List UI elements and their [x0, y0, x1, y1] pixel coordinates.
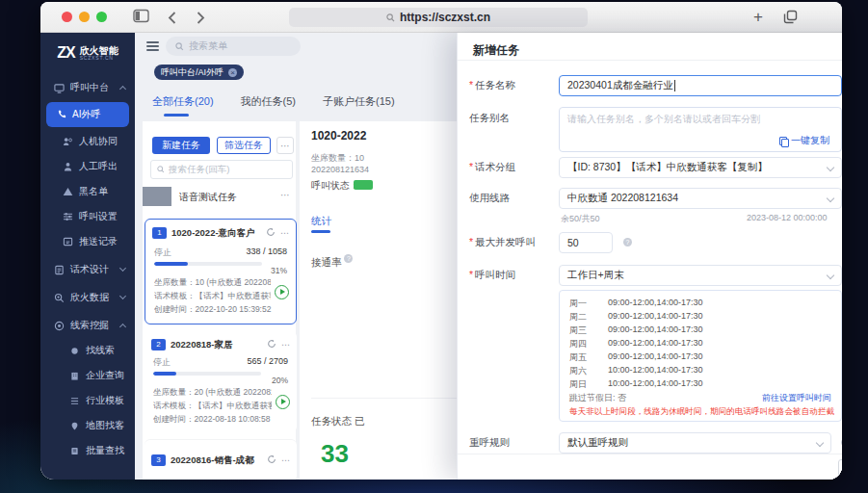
collapse-menu-icon[interactable] — [146, 45, 159, 47]
task-search-placeholder: 搜索任务(回车) — [169, 164, 229, 176]
breadcrumb-tag[interactable]: 呼叫中台/AI外呼 × — [154, 65, 244, 80]
agent-icon — [63, 162, 73, 172]
sidebar-group-call-center[interactable]: 呼叫中台 — [40, 75, 135, 100]
script-group-select[interactable]: 【ID: 8730】【话术】中欣数通获客【复制】 — [559, 157, 842, 178]
tab-overview-icon[interactable] — [782, 9, 799, 29]
recall-rule-select[interactable]: 默认重呼规则 — [559, 432, 831, 454]
sliders-icon — [63, 212, 73, 222]
task-search-input[interactable]: 搜索任务(回车) — [150, 160, 293, 179]
pinned-task-label: 语音测试任务 — [179, 191, 237, 204]
phone-icon — [56, 110, 66, 120]
sidebar-group-xinhuo-data[interactable]: 欣火数据 — [40, 285, 135, 310]
info-icon[interactable]: ? — [344, 254, 353, 263]
detail-agents: 坐席数量：10 — [311, 152, 364, 165]
one-click-copy-link[interactable]: 一键复制 — [779, 134, 829, 147]
copy-link-label: 一键复制 — [791, 134, 829, 147]
task-name-input[interactable]: 20230401成都金融行业 — [559, 75, 842, 96]
sidebar-item-industry-templates[interactable]: 行业模板 — [40, 388, 135, 413]
sidebar-item-label: 行业模板 — [86, 394, 124, 407]
building-icon — [69, 371, 80, 381]
task-card[interactable]: 1 1020-2022-意向客户 ⋯ 停止 338 / 1058 31% — [145, 219, 297, 324]
info-icon[interactable]: ? — [623, 238, 632, 246]
sidebar-item-map-customers[interactable]: 地图找客 — [40, 413, 135, 438]
traffic-light-close-icon[interactable] — [62, 12, 72, 22]
sidebar-group-label: 话术设计 — [70, 263, 109, 276]
refresh-icon[interactable] — [267, 454, 276, 466]
tab-my-tasks[interactable]: 我的任务(5) — [241, 94, 296, 109]
sidebar-toggle-icon[interactable] — [133, 9, 149, 27]
alias-placeholder: 请输入任务别名，多个别名请以或者回车分割 — [567, 114, 760, 124]
info-icon[interactable]: ? — [841, 438, 842, 447]
sidebar-item-ai-outbound[interactable]: AI外呼 — [46, 102, 129, 127]
filter-task-button[interactable]: 筛选任务 — [217, 137, 271, 154]
schedule-row: 周五09:00-12:00,14:00-17:30 — [569, 351, 831, 365]
new-task-button[interactable]: 新建任务 — [152, 137, 210, 154]
sidebar-item-blacklist[interactable]: 黑名单 — [40, 179, 135, 204]
big-stat-number: 33 — [321, 439, 349, 469]
chevron-down-icon — [827, 164, 834, 171]
script-doc-icon — [54, 265, 65, 275]
task-tabs: 全部任务(20) 我的任务(5) 子账户任务(15) — [152, 94, 395, 109]
sidebar-item-label: 地图找客 — [86, 419, 124, 432]
more-icon[interactable]: ⋯ — [280, 190, 290, 200]
forward-icon[interactable] — [197, 11, 205, 28]
sidebar-item-human-machine[interactable]: 人机协同 — [40, 129, 135, 154]
address-bar[interactable]: https://sczxst.cn — [289, 8, 588, 27]
play-icon[interactable] — [275, 285, 289, 299]
sidebar-item-label: 推送记录 — [79, 235, 118, 248]
search-icon — [386, 13, 395, 22]
cancel-button[interactable]: 取消 — [838, 459, 842, 478]
traffic-light-minimize-icon[interactable] — [79, 12, 90, 22]
sidebar-item-label: 找线索 — [86, 344, 115, 357]
map-pin-icon — [69, 421, 80, 431]
line-label: 使用线路 — [469, 192, 554, 205]
sidebar-item-call-settings[interactable]: 呼叫设置 — [40, 204, 135, 229]
sidebar-item-company-lookup[interactable]: 企业查询 — [40, 363, 135, 388]
more-icon[interactable]: ⋯ — [281, 455, 290, 465]
line-expire-time: 2023-08-12 00:00:00 — [747, 213, 828, 222]
back-icon[interactable] — [168, 11, 176, 28]
sidebar-item-find-leads[interactable]: 找线索 — [40, 338, 135, 363]
more-actions-button[interactable]: ⋯ — [276, 137, 294, 154]
sidebar-group-script-design[interactable]: 话术设计 — [40, 257, 135, 282]
tab-all-tasks[interactable]: 全部任务(20) — [152, 94, 214, 109]
breadcrumb-tag-label: 呼叫中台/AI外呼 — [161, 66, 224, 79]
tab-subaccount-tasks[interactable]: 子账户任务(15) — [323, 94, 395, 109]
task-title: 20220818-家居 — [171, 339, 262, 351]
set-call-time-link[interactable]: 前往设置呼叫时间 — [762, 392, 831, 404]
sidebar-item-label: 批量查找 — [86, 444, 124, 457]
sidebar-item-push-records[interactable]: 推送记录 — [40, 229, 135, 254]
chevron-up-icon — [119, 324, 126, 330]
task-count: 338 / 1058 — [246, 246, 287, 259]
script-group-label: 话术分组 — [469, 161, 554, 174]
app-area: ZX 欣火智能 SCZXST.CN 呼叫中台 AI外呼 — [40, 33, 842, 480]
new-task-modal: 新增任务 × 任务名称 20230401成都金融行业 任务别名 请输入任务别名，… — [457, 33, 842, 480]
more-icon[interactable]: ⋯ — [280, 228, 289, 238]
sidebar-item-manual-call[interactable]: 人工呼出 — [40, 154, 135, 179]
sidebar-group-lead-mining[interactable]: 线索挖掘 — [40, 313, 135, 338]
sidebar-item-batch-search[interactable]: 批量查找 — [40, 438, 135, 463]
max-concurrency-input[interactable]: 50 — [559, 232, 613, 253]
task-card[interactable]: 3 20220816-销售-成都 ⋯ — [145, 439, 297, 480]
play-icon[interactable] — [276, 395, 290, 409]
menu-search-placeholder: 搜索菜单 — [189, 39, 227, 53]
task-thumbnail — [143, 187, 171, 206]
refresh-icon[interactable] — [266, 227, 276, 239]
sidebar-group-label: 呼叫中台 — [70, 81, 109, 94]
more-icon[interactable]: ⋯ — [281, 340, 290, 350]
detail-line-number: 202208121634 — [311, 165, 369, 174]
task-card[interactable]: 2 20220818-家居 ⋯ 停止 565 / 2709 20% — [145, 331, 297, 432]
menu-search-input[interactable]: 搜索菜单 — [166, 37, 301, 56]
desktop-background: https://sczxst.cn + ZX 欣火智能 SCZXST.CN — [0, 0, 868, 493]
tab-statistics[interactable]: 统计 — [311, 215, 331, 228]
line-select[interactable]: 中欣数通 202208121634 — [559, 188, 842, 209]
task-status-label: 任务状态 已 — [311, 415, 364, 428]
task-index-badge: 2 — [151, 339, 166, 350]
call-time-select[interactable]: 工作日+周末 — [559, 265, 842, 286]
traffic-light-zoom-icon[interactable] — [96, 12, 107, 22]
refresh-icon[interactable] — [267, 339, 276, 350]
new-tab-icon[interactable]: + — [753, 8, 763, 27]
tag-close-icon[interactable]: × — [228, 68, 237, 77]
pinned-task-row[interactable]: 语音测试任务 ⋯ — [143, 187, 300, 210]
modal-title: 新增任务 — [473, 42, 519, 59]
